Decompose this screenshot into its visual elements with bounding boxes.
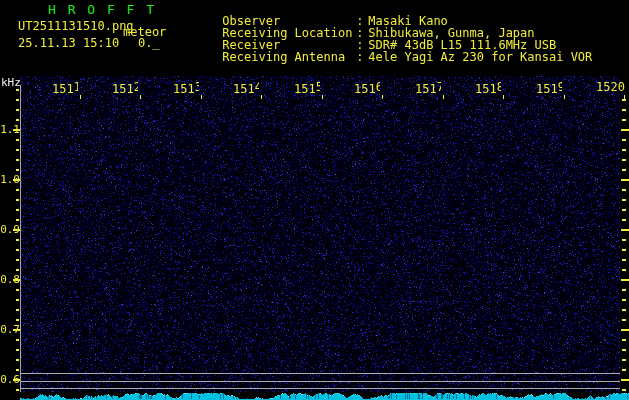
freq-tick-right (621, 229, 629, 231)
time-tick (382, 95, 383, 99)
freq-tick-left (13, 179, 20, 181)
freq-tick-left (13, 129, 20, 131)
freq-tick-left (16, 199, 19, 201)
freq-tick-left (16, 269, 19, 271)
time-tick (322, 95, 323, 99)
freq-tick-right (622, 239, 626, 241)
carrier-line (20, 381, 620, 382)
screen: 1.11.00.90.80.70.61511151215131514151515… (0, 0, 629, 400)
freq-tick-right (622, 199, 626, 201)
time-tick (80, 95, 81, 99)
time-tick (564, 95, 565, 99)
freq-tick-left (16, 319, 19, 321)
freq-tick-right (622, 99, 626, 101)
page-title: H R O F F T (48, 3, 156, 16)
freq-tick-left (16, 339, 19, 341)
freq-tick-left (16, 239, 19, 241)
time-tick-label: 1515 (294, 81, 320, 95)
info-label: Receiving Antenna (222, 51, 356, 63)
freq-tick-left (13, 379, 20, 381)
freq-tick-right (622, 269, 626, 271)
freq-tick-right (621, 279, 629, 281)
freq-tick-left (16, 169, 19, 171)
freq-tick-right (622, 299, 626, 301)
filename-text: UT2511131510.png (18, 20, 134, 32)
time-tick (140, 95, 141, 99)
freq-tick-left (16, 89, 19, 91)
freq-tick-right (622, 139, 626, 141)
freq-tick-right (622, 319, 626, 321)
freq-tick-left (16, 139, 19, 141)
freq-tick-left (16, 119, 19, 121)
freq-tick-right (621, 129, 629, 131)
time-tick-label: 1517 (415, 81, 441, 95)
time-tick-label: 1518 (475, 81, 501, 95)
info-separator: : (356, 51, 368, 63)
freq-tick-left (16, 189, 19, 191)
time-tick (624, 95, 625, 99)
observation-info-table: Observer:Masaki Kano Receiving Location:… (179, 3, 592, 51)
carrier-line (20, 373, 620, 374)
freq-tick-left (16, 209, 19, 211)
freq-tick-right (622, 359, 626, 361)
freq-tick-right (622, 109, 626, 111)
freq-tick-right (622, 209, 626, 211)
clipped-digit: 2 (134, 81, 138, 93)
freq-tick-left (16, 259, 19, 261)
datetime-text: 25.11.13 15:10 (18, 37, 119, 49)
freq-tick-right (622, 259, 626, 261)
freq-tick-left (16, 109, 19, 111)
freq-tick-right (622, 349, 626, 351)
freq-tick-right (622, 339, 626, 341)
freq-tick-right (622, 219, 626, 221)
time-tick-label: 1519 (536, 81, 562, 95)
freq-axis-line (20, 85, 21, 392)
signal-level-canvas (20, 393, 629, 400)
time-tick-label: 1520 (596, 81, 625, 93)
clipped-digit: 7 (437, 81, 441, 93)
freq-tick-right (622, 169, 626, 171)
time-tick (201, 95, 202, 99)
freq-tick-right (622, 369, 626, 371)
freq-tick-left (16, 249, 19, 251)
freq-tick-right (622, 189, 626, 191)
freq-tick-right (622, 289, 626, 291)
time-tick-label: 1511 (52, 81, 78, 95)
clipped-digit: 3 (195, 81, 199, 93)
freq-tick-left (16, 289, 19, 291)
freq-tick-left (16, 159, 19, 161)
time-tick-label: 1513 (173, 81, 199, 95)
freq-tick-right (622, 119, 626, 121)
time-tick-label: 1514 (233, 81, 259, 95)
freq-tick-left (16, 359, 19, 361)
freq-tick-left (16, 99, 19, 101)
freq-tick-right (621, 179, 629, 181)
freq-tick-left (16, 149, 19, 151)
freq-tick-left (16, 299, 19, 301)
freq-tick-right (622, 149, 626, 151)
clipped-digit: 1 (74, 81, 78, 93)
time-tick-label: 1512 (112, 81, 138, 95)
time-tick (443, 95, 444, 99)
freq-tick-left (16, 369, 19, 371)
freq-tick-left (13, 329, 20, 331)
freq-tick-right (621, 329, 629, 331)
carrier-line (20, 388, 620, 389)
freq-tick-left (13, 229, 20, 231)
freq-tick-left (16, 349, 19, 351)
clipped-digit: 9 (558, 81, 562, 93)
clipped-digit: 8 (497, 81, 501, 93)
info-value: 4ele Yagi Az 230 for Kansai VOR (368, 50, 592, 64)
time-tick-label: 1516 (354, 81, 380, 95)
freq-tick-left (16, 219, 19, 221)
time-tick (503, 95, 504, 99)
freq-tick-right (622, 389, 626, 391)
freq-unit-label: kHz (1, 77, 21, 88)
clipped-digit: 4 (255, 81, 259, 93)
freq-tick-left (13, 279, 20, 281)
freq-tick-left (16, 389, 19, 391)
clipped-digit: 5 (316, 81, 320, 93)
time-tick (261, 95, 262, 99)
echo-counter-text: 0._ (138, 37, 160, 49)
freq-tick-right (622, 159, 626, 161)
